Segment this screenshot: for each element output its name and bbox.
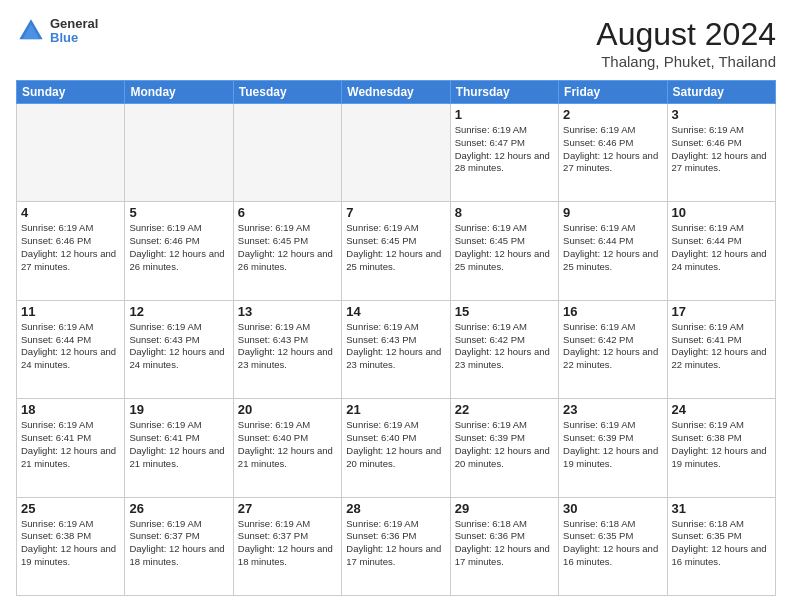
day-info: Sunrise: 6:19 AM Sunset: 6:36 PM Dayligh…: [346, 518, 445, 569]
day-number: 20: [238, 402, 337, 417]
day-info: Sunrise: 6:18 AM Sunset: 6:36 PM Dayligh…: [455, 518, 554, 569]
day-info: Sunrise: 6:19 AM Sunset: 6:41 PM Dayligh…: [672, 321, 771, 372]
calendar-cell: 23Sunrise: 6:19 AM Sunset: 6:39 PM Dayli…: [559, 399, 667, 497]
calendar-cell: [233, 104, 341, 202]
weekday-header: Wednesday: [342, 81, 450, 104]
calendar-cell: 6Sunrise: 6:19 AM Sunset: 6:45 PM Daylig…: [233, 202, 341, 300]
location: Thalang, Phuket, Thailand: [596, 53, 776, 70]
day-info: Sunrise: 6:19 AM Sunset: 6:42 PM Dayligh…: [563, 321, 662, 372]
day-info: Sunrise: 6:18 AM Sunset: 6:35 PM Dayligh…: [563, 518, 662, 569]
day-number: 18: [21, 402, 120, 417]
calendar-cell: [342, 104, 450, 202]
day-number: 13: [238, 304, 337, 319]
day-info: Sunrise: 6:19 AM Sunset: 6:37 PM Dayligh…: [238, 518, 337, 569]
calendar-cell: 30Sunrise: 6:18 AM Sunset: 6:35 PM Dayli…: [559, 497, 667, 595]
day-number: 11: [21, 304, 120, 319]
day-number: 8: [455, 205, 554, 220]
day-number: 16: [563, 304, 662, 319]
calendar-cell: 24Sunrise: 6:19 AM Sunset: 6:38 PM Dayli…: [667, 399, 775, 497]
calendar-cell: 25Sunrise: 6:19 AM Sunset: 6:38 PM Dayli…: [17, 497, 125, 595]
day-info: Sunrise: 6:19 AM Sunset: 6:45 PM Dayligh…: [455, 222, 554, 273]
day-info: Sunrise: 6:19 AM Sunset: 6:44 PM Dayligh…: [21, 321, 120, 372]
day-number: 14: [346, 304, 445, 319]
day-number: 21: [346, 402, 445, 417]
day-number: 22: [455, 402, 554, 417]
day-info: Sunrise: 6:19 AM Sunset: 6:42 PM Dayligh…: [455, 321, 554, 372]
calendar-cell: 19Sunrise: 6:19 AM Sunset: 6:41 PM Dayli…: [125, 399, 233, 497]
day-number: 24: [672, 402, 771, 417]
calendar-week-row: 1Sunrise: 6:19 AM Sunset: 6:47 PM Daylig…: [17, 104, 776, 202]
calendar-cell: 22Sunrise: 6:19 AM Sunset: 6:39 PM Dayli…: [450, 399, 558, 497]
day-info: Sunrise: 6:19 AM Sunset: 6:38 PM Dayligh…: [672, 419, 771, 470]
day-number: 25: [21, 501, 120, 516]
day-info: Sunrise: 6:19 AM Sunset: 6:45 PM Dayligh…: [346, 222, 445, 273]
calendar-cell: [125, 104, 233, 202]
calendar-cell: 7Sunrise: 6:19 AM Sunset: 6:45 PM Daylig…: [342, 202, 450, 300]
day-info: Sunrise: 6:19 AM Sunset: 6:38 PM Dayligh…: [21, 518, 120, 569]
logo-line1: General: [50, 17, 98, 31]
day-info: Sunrise: 6:19 AM Sunset: 6:45 PM Dayligh…: [238, 222, 337, 273]
day-info: Sunrise: 6:19 AM Sunset: 6:41 PM Dayligh…: [129, 419, 228, 470]
month-year: August 2024: [596, 16, 776, 53]
calendar-cell: 27Sunrise: 6:19 AM Sunset: 6:37 PM Dayli…: [233, 497, 341, 595]
day-info: Sunrise: 6:19 AM Sunset: 6:46 PM Dayligh…: [129, 222, 228, 273]
day-number: 1: [455, 107, 554, 122]
calendar-week-row: 25Sunrise: 6:19 AM Sunset: 6:38 PM Dayli…: [17, 497, 776, 595]
calendar-cell: 20Sunrise: 6:19 AM Sunset: 6:40 PM Dayli…: [233, 399, 341, 497]
day-number: 3: [672, 107, 771, 122]
day-number: 17: [672, 304, 771, 319]
day-info: Sunrise: 6:19 AM Sunset: 6:46 PM Dayligh…: [21, 222, 120, 273]
header: General Blue August 2024 Thalang, Phuket…: [16, 16, 776, 70]
day-info: Sunrise: 6:19 AM Sunset: 6:46 PM Dayligh…: [672, 124, 771, 175]
weekday-header: Tuesday: [233, 81, 341, 104]
calendar-cell: 13Sunrise: 6:19 AM Sunset: 6:43 PM Dayli…: [233, 300, 341, 398]
day-info: Sunrise: 6:19 AM Sunset: 6:39 PM Dayligh…: [455, 419, 554, 470]
day-number: 26: [129, 501, 228, 516]
day-number: 30: [563, 501, 662, 516]
calendar-cell: 10Sunrise: 6:19 AM Sunset: 6:44 PM Dayli…: [667, 202, 775, 300]
weekday-header: Sunday: [17, 81, 125, 104]
calendar-cell: 4Sunrise: 6:19 AM Sunset: 6:46 PM Daylig…: [17, 202, 125, 300]
day-info: Sunrise: 6:18 AM Sunset: 6:35 PM Dayligh…: [672, 518, 771, 569]
calendar-cell: 12Sunrise: 6:19 AM Sunset: 6:43 PM Dayli…: [125, 300, 233, 398]
day-info: Sunrise: 6:19 AM Sunset: 6:44 PM Dayligh…: [563, 222, 662, 273]
calendar-cell: 31Sunrise: 6:18 AM Sunset: 6:35 PM Dayli…: [667, 497, 775, 595]
day-info: Sunrise: 6:19 AM Sunset: 6:47 PM Dayligh…: [455, 124, 554, 175]
weekday-header: Friday: [559, 81, 667, 104]
logo-text: General Blue: [50, 17, 98, 46]
calendar-cell: 26Sunrise: 6:19 AM Sunset: 6:37 PM Dayli…: [125, 497, 233, 595]
weekday-header: Monday: [125, 81, 233, 104]
day-number: 27: [238, 501, 337, 516]
day-info: Sunrise: 6:19 AM Sunset: 6:43 PM Dayligh…: [238, 321, 337, 372]
day-number: 12: [129, 304, 228, 319]
day-info: Sunrise: 6:19 AM Sunset: 6:46 PM Dayligh…: [563, 124, 662, 175]
calendar-cell: 15Sunrise: 6:19 AM Sunset: 6:42 PM Dayli…: [450, 300, 558, 398]
day-number: 23: [563, 402, 662, 417]
calendar-cell: 1Sunrise: 6:19 AM Sunset: 6:47 PM Daylig…: [450, 104, 558, 202]
day-info: Sunrise: 6:19 AM Sunset: 6:39 PM Dayligh…: [563, 419, 662, 470]
calendar-cell: 11Sunrise: 6:19 AM Sunset: 6:44 PM Dayli…: [17, 300, 125, 398]
calendar-week-row: 18Sunrise: 6:19 AM Sunset: 6:41 PM Dayli…: [17, 399, 776, 497]
day-number: 9: [563, 205, 662, 220]
calendar-cell: 9Sunrise: 6:19 AM Sunset: 6:44 PM Daylig…: [559, 202, 667, 300]
page: General Blue August 2024 Thalang, Phuket…: [0, 0, 792, 612]
day-number: 19: [129, 402, 228, 417]
calendar-cell: 8Sunrise: 6:19 AM Sunset: 6:45 PM Daylig…: [450, 202, 558, 300]
title-block: August 2024 Thalang, Phuket, Thailand: [596, 16, 776, 70]
calendar-week-row: 4Sunrise: 6:19 AM Sunset: 6:46 PM Daylig…: [17, 202, 776, 300]
day-number: 31: [672, 501, 771, 516]
calendar-cell: [17, 104, 125, 202]
calendar-cell: 5Sunrise: 6:19 AM Sunset: 6:46 PM Daylig…: [125, 202, 233, 300]
logo-line2: Blue: [50, 31, 98, 45]
day-number: 6: [238, 205, 337, 220]
day-info: Sunrise: 6:19 AM Sunset: 6:40 PM Dayligh…: [346, 419, 445, 470]
calendar-cell: 18Sunrise: 6:19 AM Sunset: 6:41 PM Dayli…: [17, 399, 125, 497]
calendar-cell: 28Sunrise: 6:19 AM Sunset: 6:36 PM Dayli…: [342, 497, 450, 595]
logo-icon: [16, 16, 46, 46]
day-info: Sunrise: 6:19 AM Sunset: 6:43 PM Dayligh…: [129, 321, 228, 372]
calendar-header-row: SundayMondayTuesdayWednesdayThursdayFrid…: [17, 81, 776, 104]
weekday-header: Thursday: [450, 81, 558, 104]
calendar-week-row: 11Sunrise: 6:19 AM Sunset: 6:44 PM Dayli…: [17, 300, 776, 398]
day-number: 4: [21, 205, 120, 220]
calendar-cell: 16Sunrise: 6:19 AM Sunset: 6:42 PM Dayli…: [559, 300, 667, 398]
